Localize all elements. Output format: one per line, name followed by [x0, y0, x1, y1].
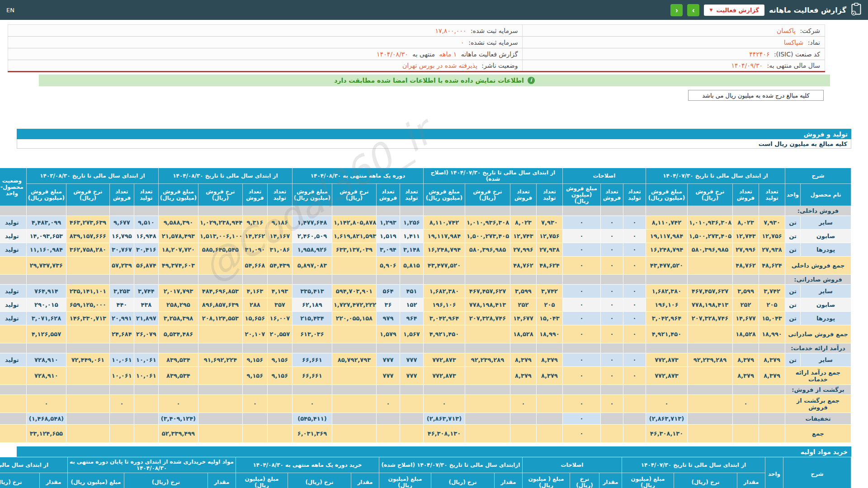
- report-period-prefix: گزارش فعالیت ماهانه: [461, 51, 518, 58]
- section-label-cell: فروش داخلی:: [785, 206, 851, 216]
- table-row: صابونتن۱۲,۷۵۶۱۲,۷۴۳۱,۵۰۰,۲۷۳,۴۰۵۱۹,۱۱۷,۹…: [0, 230, 851, 243]
- table-cell: [510, 206, 536, 216]
- table-cell: [134, 206, 158, 216]
- company-value[interactable]: پاکسان: [777, 27, 796, 34]
- table-cell: [292, 275, 332, 285]
- table-cell: [510, 425, 536, 443]
- registered-capital-value: ۱۷,۸۰۰,۰۰۰: [435, 27, 466, 34]
- table-cell: [510, 343, 536, 353]
- table-cell: [0, 413, 26, 425]
- report-period-date: ۱۴۰۴/۰۸/۳۰: [377, 51, 408, 58]
- publisher-status-cell: وضعیت ناشر: پذیرفته شده در بورس تهران: [8, 60, 523, 72]
- fiscal-year-value: ۱۴۰۴/۰۹/۳۰: [731, 62, 763, 69]
- column-header: از ابتدای سال مالی تا تاریخ ۱۴۰۴/۰۷/۳۰ (…: [423, 168, 562, 184]
- table-cell: ۵۸۰,۳۹۶,۹۸۵: [465, 243, 510, 257]
- table-cell: [759, 206, 785, 216]
- table-cell: [332, 343, 376, 353]
- table-cell: [267, 385, 292, 395]
- table-cell: [465, 395, 510, 413]
- table-cell: ۰: [623, 243, 646, 257]
- column-header: از ابتدای سال مالی تا تاریخ ۱۴۰۴/۰۷/۳۰: [622, 457, 765, 473]
- table-cell: ۹,۱۵۶: [242, 353, 267, 367]
- table-cell: ۷۲۸,۹۱۰: [26, 367, 66, 385]
- table-cell: [332, 367, 376, 385]
- table-cell: ۵۴,۶۶۸: [242, 257, 267, 275]
- table-cell: ۰: [623, 298, 646, 312]
- table-cell: ۴۶۳,۲۷۳,۶۳۹: [66, 216, 109, 230]
- page-title: گزارش فعالیت ماهانه: [769, 6, 846, 14]
- table-cell: ۲۹,۷۳۷,۷۳۶: [26, 257, 66, 275]
- table-cell: [158, 343, 198, 353]
- next-report-button[interactable]: ›: [687, 4, 699, 16]
- table-cell: [109, 413, 134, 425]
- column-header: نرخ (ریال): [674, 473, 737, 488]
- table-cell: ۰: [600, 367, 623, 385]
- table-cell: ۰: [562, 413, 600, 425]
- table-cell: [332, 395, 376, 413]
- table-cell: [198, 343, 242, 353]
- unregistered-capital-cell: سرمایه ثبت نشده: ۰: [8, 37, 523, 48]
- table-cell: [376, 385, 400, 395]
- table-cell: ۳۰,۷۶۷: [109, 243, 134, 257]
- table-cell: ۸۳۹,۵۳۴: [158, 367, 198, 385]
- symbol-cell: نماد: شپاکسا: [523, 37, 825, 48]
- table-cell: ۱۴۶,۳۳۰,۷۱۳: [66, 312, 109, 325]
- table-cell: ۰: [600, 285, 623, 298]
- table-cell: [759, 413, 785, 425]
- table-cell: [759, 385, 785, 395]
- table-cell: ۲۲۰,۰۵۵,۱۵۸: [332, 312, 376, 325]
- table-cell: [687, 367, 732, 385]
- table-cell: ۰: [562, 216, 600, 230]
- unit-cell: تن: [785, 353, 800, 367]
- table-cell: ۰: [600, 298, 623, 312]
- column-header: نرخ فروش (ریال): [332, 184, 376, 206]
- table-cell: [332, 413, 376, 425]
- table-cell: ۲۰,۹۹۱: [109, 312, 134, 325]
- column-header: مبلغ فروش (میلیون ریال): [423, 184, 465, 206]
- table-cell: [158, 206, 198, 216]
- fiscal-year-cell: سال مالی منتهی به: ۱۴۰۴/۰۹/۳۰: [523, 60, 825, 72]
- table-cell: [600, 425, 623, 443]
- language-toggle-en[interactable]: EN: [6, 7, 14, 14]
- company-info-table: شرکت: پاکسان سرمایه ثبت شده: ۱۷,۸۰۰,۰۰۰ …: [8, 24, 825, 72]
- table-cell: [623, 206, 646, 216]
- column-header: مقدار: [208, 473, 236, 488]
- table-cell: ۰: [562, 325, 600, 343]
- status-cell: تولید: [0, 216, 26, 230]
- report-type-dropdown[interactable]: گزارش فعالیت ▼: [704, 5, 764, 16]
- table-cell: ۱۴,۶۷۷: [732, 312, 759, 325]
- column-header: مبلغ فروش (میلیون ریال): [292, 184, 332, 206]
- table-cell: ۸,۳۷۹: [510, 353, 536, 367]
- table-cell: ۸,۰۲۳: [510, 216, 536, 230]
- table-cell: ۱۵,۰۴۳: [536, 312, 562, 325]
- table-cell: ۶۱۳,۰۳۶: [292, 325, 332, 343]
- table-cell: [242, 425, 267, 443]
- previous-report-button[interactable]: ‹: [670, 4, 683, 16]
- table-cell: ۴,۱۶۳: [242, 285, 267, 298]
- table-cell: ۹۱,۶۹۲,۲۲۴: [198, 353, 242, 367]
- table-cell: ۲۶,۰۷۹: [134, 325, 158, 343]
- registered-capital-cell: سرمایه ثبت شده: ۱۷,۸۰۰,۰۰۰: [8, 25, 523, 37]
- table-cell: ۹,۱۸۶: [267, 216, 292, 230]
- table-cell: [109, 206, 134, 216]
- table-cell: [536, 425, 562, 443]
- info-icon: i: [528, 77, 535, 84]
- table-cell: [0, 325, 26, 343]
- table-row: جمع۴۶,۳۰۸,۱۳۰۰۴۶,۳۰۸,۱۳۰۶,۰۳۱,۳۶۹۵۲,۳۳۹,…: [0, 425, 851, 443]
- table-cell: ۳۱,۰۸۶: [267, 243, 292, 257]
- header-right-group: گزارش فعالیت ماهانه گزارش فعالیت ▼ › ‹: [670, 3, 862, 17]
- publisher-status-value: پذیرفته شده در بورس تهران: [402, 62, 477, 69]
- production-sales-table-wrap: شرحاز ابتدای سال مالی تا تاریخ ۱۴۰۴/۰۷/۳…: [17, 168, 851, 443]
- table-cell: ۰: [623, 216, 646, 230]
- table-cell: ۳,۰۷۱,۶۲۸: [26, 312, 66, 325]
- company-cell: شرکت: پاکسان: [523, 25, 825, 37]
- table-cell: ۷۷۸,۱۹۸,۴۱۳: [687, 298, 732, 312]
- main-content: تولید و فروش کلیه مبالغ به میلیون ریال ا…: [17, 129, 851, 488]
- table-cell: ۰: [292, 395, 332, 413]
- table-cell: [0, 395, 26, 413]
- symbol-value[interactable]: شپاکسا: [784, 39, 804, 46]
- column-header: نرخ فروش (ریال): [198, 184, 242, 206]
- table-cell: [732, 425, 759, 443]
- table-cell: ۴,۹۲۱,۴۵۰: [423, 325, 465, 343]
- table-cell: ۰: [423, 395, 465, 413]
